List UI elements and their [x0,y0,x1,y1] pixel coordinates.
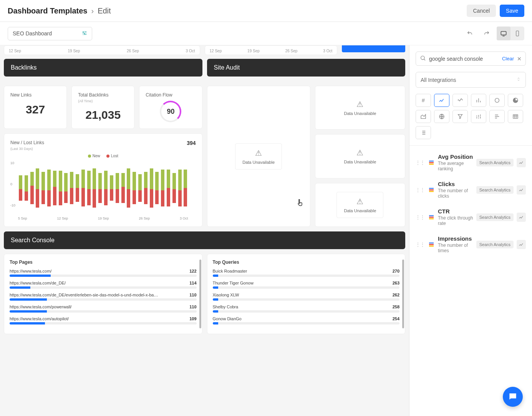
metric-tag: Search Analytics [476,213,514,221]
progress-bar [10,298,197,301]
bar-pair [69,172,74,204]
mobile-view-button[interactable] [510,27,524,40]
wtype-area[interactable] [416,110,431,123]
list-item-label: https://www.tesla.com/powerwall/ [10,305,71,309]
list-item[interactable]: Buick Roadmaster270 [213,269,400,273]
metric-row[interactable]: ⋮⋮Avg PositionThe average rankingSearch … [409,149,532,176]
new-lost-links-chart[interactable]: New / Lost Links (Last 30 Days) 394 New … [4,133,202,227]
total-backlinks-card[interactable]: Total Backlinks (All Time) 21,035 [71,86,134,129]
y-tick: 10 [10,161,15,165]
new-links-card[interactable]: New Links 327 [4,86,67,129]
list-item-value: 114 [189,281,196,285]
warning-icon: ⚠ [356,197,363,206]
search-console-header: Search Console [4,231,405,249]
wtype-stacked[interactable] [471,110,486,123]
integration-select[interactable]: All Integrations [416,72,526,88]
drag-handle-icon[interactable]: ⋮⋮ [416,242,425,247]
metric-chart-icon[interactable] [517,158,526,167]
progress-bar [213,286,400,289]
audit-card-3[interactable]: ⚠ Data Unavailable [315,183,405,227]
redo-button[interactable] [480,27,494,40]
metric-chart-icon[interactable] [517,240,526,249]
top-pages-card[interactable]: Top Pages https://www.tesla.com/122https… [4,254,202,334]
metric-name: CTR [438,208,473,215]
list-item[interactable]: https://www.tesla.com/122 [10,269,197,273]
list-item-value: 270 [393,269,399,273]
wtype-sparkline[interactable] [452,94,468,107]
axis-card-1[interactable]: 12 Sep 19 Sep 26 Sep 3 Oct [4,45,200,55]
metric-name: Impressions [438,235,473,242]
list-item[interactable]: Shelby Cobra258 [213,305,400,309]
toolbar-right [463,27,524,40]
list-item[interactable]: https://www.tesla.com/de_DE/114 [10,281,197,285]
canvas[interactable]: 12 Sep 19 Sep 26 Sep 3 Oct 12 Sep 19 Sep… [0,45,409,416]
toolbar: SEO Dashboard [0,22,532,45]
close-icon[interactable]: ✕ [517,56,522,62]
metric-chart-icon[interactable] [517,185,526,195]
list-item[interactable]: Thunder Tiger Gonow263 [213,281,400,285]
drag-handle-icon[interactable]: ⋮⋮ [416,215,425,220]
bar-pair [86,171,91,205]
metric-row[interactable]: ⋮⋮ClicksThe number of clicksSearch Analy… [409,176,532,203]
list-item-value: 262 [393,293,399,297]
progress-bar [213,298,400,301]
cancel-button[interactable]: Cancel [467,5,496,17]
list-item-value: 254 [393,316,399,321]
list-item[interactable]: Xiaolong XLW262 [213,293,400,297]
scrollbar[interactable] [402,260,404,328]
wtype-list[interactable] [416,126,431,139]
desktop-view-button[interactable] [497,27,510,40]
drag-handle-icon[interactable]: ⋮⋮ [416,187,425,193]
blue-widget[interactable] [342,45,405,52]
audit-card-2[interactable]: ⚠ Data Unavailable [315,134,405,178]
list-item[interactable]: https://www.tesla.com/de_DE/event/erlebe… [10,293,197,297]
wtype-line[interactable] [434,94,449,107]
list-item[interactable]: Gonow DianGo254 [213,316,400,321]
svg-rect-17 [429,245,434,246]
list-item[interactable]: https://www.tesla.com/powerwall/110 [10,305,197,309]
metric-desc: The click through rate [438,215,473,226]
wtype-bar[interactable] [471,94,486,107]
bar-pair [160,170,165,206]
card-title: New Links [10,92,60,98]
drag-handle-icon[interactable]: ⋮⋮ [416,160,425,165]
wtype-globe[interactable] [434,110,449,123]
svg-rect-12 [429,215,434,216]
bar-pair [166,170,171,206]
chevron-right-icon: › [91,7,94,15]
save-button[interactable]: Save [500,5,524,17]
bar-pair [18,175,23,201]
audit-card-1[interactable]: ⚠ Data Unavailable [315,86,405,130]
breadcrumb-root[interactable]: Dashboard Templates [8,7,87,15]
citation-flow-card[interactable]: Citation Flow 90 [139,86,202,129]
list-item-label: Thunder Tiger Gonow [213,281,254,285]
card-sub: (All Time) [78,99,128,103]
metric-tag: Search Analytics [476,159,514,166]
chart-total: 394 [187,140,196,146]
svg-point-3 [495,98,499,103]
undo-button[interactable] [463,27,477,40]
scrollbar[interactable] [199,260,201,328]
search-input[interactable] [429,56,499,62]
wtype-number[interactable]: # [416,94,431,107]
audit-card-large[interactable]: ⚠ Data Unavailable [207,86,310,227]
metric-chart-icon[interactable] [517,213,526,222]
metric-row[interactable]: ⋮⋮ImpressionsThe number of timesSearch A… [409,231,532,258]
clear-link[interactable]: Clear [502,56,514,62]
wtype-hbar[interactable] [489,110,505,123]
chat-fab[interactable] [503,387,523,407]
sidebar: Clear ✕ All Integrations # ⋮⋮Avg Positio… [409,45,532,416]
progress-bar [10,275,197,277]
metric-desc: The number of times [438,243,473,253]
svg-rect-5 [513,115,518,118]
list-item[interactable]: https://www.tesla.com/autopilot/109 [10,316,197,321]
wtype-table[interactable] [508,110,523,123]
axis-card-2[interactable]: 12 Sep 19 Sep 26 Sep 3 Oct [205,45,338,55]
template-name-field[interactable]: SEO Dashboard [8,27,92,40]
bar-pair [30,172,35,204]
metric-row[interactable]: ⋮⋮CTRThe click through rateSearch Analyt… [409,203,532,231]
wtype-pie[interactable] [508,94,523,107]
wtype-funnel[interactable] [452,110,468,123]
wtype-donut[interactable] [489,94,505,107]
top-queries-card[interactable]: Top Queries Buick Roadmaster270Thunder T… [207,254,406,334]
